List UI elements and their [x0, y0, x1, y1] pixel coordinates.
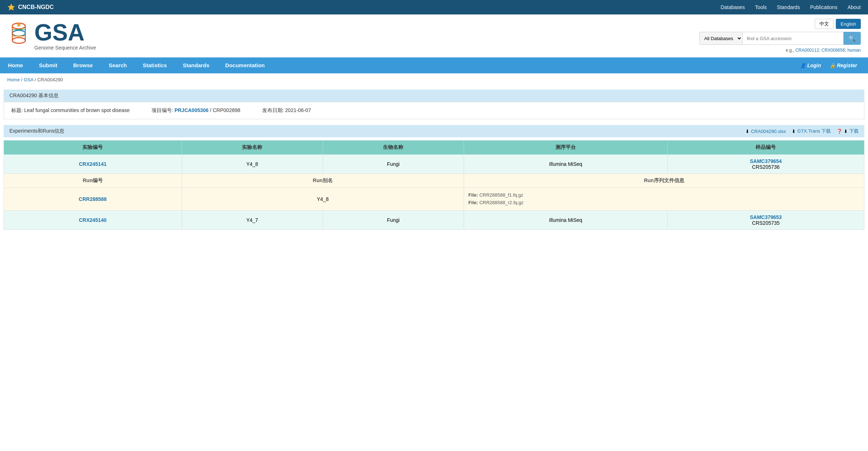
- main-nav-auth: 👤 Login 🔒 Register: [796, 57, 868, 73]
- basic-info-title: CRA004290 基本信息: [9, 93, 59, 98]
- svg-marker-0: [8, 4, 15, 10]
- experiments-table: 实验编号 实验名称 生物名称 测序平台 样品编号 CRX245141 Y4_8 …: [4, 140, 864, 230]
- basic-info-header: CRA004290 基本信息: [4, 90, 864, 102]
- nav-databases[interactable]: Databases: [720, 4, 745, 10]
- nav-about[interactable]: About: [847, 4, 861, 10]
- run-alias-header: Run别名: [182, 174, 464, 188]
- login-link[interactable]: 👤 Login: [796, 57, 825, 73]
- mainnav-home[interactable]: Home: [0, 57, 31, 73]
- mainnav-submit[interactable]: Submit: [31, 57, 65, 73]
- brand-label: CNCB-NGDC: [18, 4, 54, 10]
- example-link-human[interactable]: human: [847, 48, 861, 53]
- example-link-crx[interactable]: CRX006656: [821, 48, 845, 53]
- mainnav-browse[interactable]: Browse: [65, 57, 101, 73]
- col-organism: 生物名称: [323, 141, 464, 155]
- search-bar: All Databases BioProject BioSample GSA 🔍: [699, 32, 861, 45]
- table-row: CRX245141 Y4_8 Fungi Illumina MiSeq SAMC…: [4, 155, 864, 174]
- breadcrumb-current: CRA004290: [37, 77, 63, 82]
- nav-publications[interactable]: Publications: [810, 4, 838, 10]
- lang-en-button[interactable]: English: [836, 19, 861, 29]
- breadcrumb-home[interactable]: Home: [7, 77, 20, 82]
- search-input[interactable]: [742, 32, 843, 45]
- run-data-row: CRR288588 Y4_8 File: CRR288588_f1.fq.gz …: [4, 188, 864, 211]
- sample-cell-2: SAMC379653 CRS205735: [667, 210, 864, 229]
- exp-id-cell: CRX245141: [4, 155, 182, 174]
- col-exp-name: 实验名称: [182, 141, 323, 155]
- breadcrumb: Home / GSA / CRA004290: [0, 73, 868, 86]
- exp-name-cell: Y4_8: [182, 155, 323, 174]
- experiments-header: Experiments和Runs信息 ⬇ CRA004290.xlsx ⬇ GT…: [4, 125, 864, 137]
- mainnav-search[interactable]: Search: [101, 57, 135, 73]
- download-icon: ⬇: [844, 129, 848, 134]
- download-xlsx-area: ⬇ CRA004290.xlsx: [745, 129, 786, 134]
- mainnav-standards[interactable]: Standards: [175, 57, 217, 73]
- gsa-dna-logo-icon: [7, 22, 31, 50]
- lang-zh-button[interactable]: 中文: [815, 19, 834, 29]
- info-project: 项目编号: PRJCA005306 / CRP002898: [152, 107, 241, 114]
- download-xlsx-icon: ⬇: [745, 129, 749, 134]
- help-icon: ❓: [837, 129, 842, 134]
- sample-crp: CRS205736: [752, 164, 779, 170]
- basic-info-box: 标题: Leaf fungal communities of brown spo…: [4, 102, 864, 119]
- site-header: GSA Genome Sequence Archive 中文 English A…: [0, 14, 868, 57]
- download-all-link[interactable]: 下载: [849, 128, 859, 134]
- user-icon: 👤: [800, 63, 806, 68]
- language-switcher: 中文 English: [815, 19, 861, 29]
- breadcrumb-gsa[interactable]: GSA: [24, 77, 34, 82]
- brand-area: CNCB-NGDC: [7, 3, 54, 11]
- main-navigation: Home Submit Browse Search Statistics Sta…: [0, 57, 868, 73]
- platform-cell: Illumina MiSeq: [464, 155, 668, 174]
- run-id-header: Run编号: [4, 174, 182, 188]
- file-info: File: CRR288588_f1.fq.gz File: CRR288588…: [468, 192, 860, 207]
- col-exp-id: 实验编号: [4, 141, 182, 155]
- organism-cell: Fungi: [323, 155, 464, 174]
- run-id-link[interactable]: CRR288588: [79, 196, 107, 202]
- info-title: 标题: Leaf fungal communities of brown spo…: [11, 107, 130, 114]
- nav-tools[interactable]: Tools: [755, 4, 767, 10]
- mainnav-documentation[interactable]: Documentation: [217, 57, 273, 73]
- table-header-row: 实验编号 实验名称 生物名称 测序平台 样品编号: [4, 141, 864, 155]
- nav-standards[interactable]: Standards: [777, 4, 800, 10]
- search-button[interactable]: 🔍: [843, 32, 861, 45]
- download-gtx-icon: ⬇: [792, 129, 796, 134]
- top-nav-links: Databases Tools Standards Publications A…: [720, 4, 861, 10]
- sample-cell: SAMC379654 CRS205736: [667, 155, 864, 174]
- register-link[interactable]: 🔒 Register: [826, 57, 861, 73]
- sample-id-link[interactable]: SAMC379654: [750, 158, 782, 164]
- exp-id-link-2[interactable]: CRX245140: [79, 217, 106, 223]
- cncb-logo-icon: [7, 3, 15, 11]
- header-right-area: 中文 English All Databases BioProject BioS…: [699, 19, 861, 53]
- run-file-header: Run序列文件信息: [464, 174, 864, 188]
- download-xlsx-link[interactable]: CRA004290.xlsx: [751, 129, 786, 134]
- exp-id-link[interactable]: CRX245141: [79, 161, 106, 167]
- file-1: File: CRR288588_f1.fq.gz: [468, 192, 860, 199]
- sample-crp-2: CRS205735: [752, 220, 779, 226]
- download-all-area: ❓ ⬇ 下载: [837, 128, 859, 134]
- experiments-title: Experiments和Runs信息: [9, 128, 65, 134]
- example-link-cra[interactable]: CRA000112: [795, 48, 819, 53]
- run-header-row: Run编号 Run别名 Run序列文件信息: [4, 174, 864, 188]
- svg-point-3: [12, 38, 25, 43]
- platform-cell-2: Illumina MiSeq: [464, 210, 668, 229]
- col-platform: 测序平台: [464, 141, 668, 155]
- logo-area: GSA Genome Sequence Archive: [7, 21, 96, 51]
- table-row: CRX245140 Y4_7 Fungi Illumina MiSeq SAMC…: [4, 210, 864, 229]
- sample-id-link-2[interactable]: SAMC379653: [750, 214, 782, 220]
- mainnav-statistics[interactable]: Statistics: [135, 57, 175, 73]
- database-select[interactable]: All Databases BioProject BioSample GSA: [699, 32, 742, 45]
- lock-icon: 🔒: [830, 63, 835, 68]
- info-date: 发布日期: 2021-06-07: [262, 107, 311, 114]
- exp-name-cell-2: Y4_7: [182, 210, 323, 229]
- search-examples: e.g., CRA000112; CRX006656; human: [786, 48, 861, 53]
- logo-subtitle: Genome Sequence Archive: [34, 45, 96, 51]
- col-sample: 样品编号: [667, 141, 864, 155]
- project-id-link[interactable]: PRJCA005306: [174, 107, 208, 113]
- run-id-cell: CRR288588: [4, 188, 182, 211]
- download-gtx-area: ⬇ GTX.Trans 下载: [792, 128, 831, 134]
- download-gtx-link[interactable]: GTX.Trans 下载: [797, 128, 831, 134]
- run-alias-cell: Y4_8: [182, 188, 464, 211]
- file-2: File: CRR288588_r2.fq.gz: [468, 199, 860, 207]
- experiments-actions: ⬇ CRA004290.xlsx ⬇ GTX.Trans 下载 ❓ ⬇ 下载: [745, 128, 859, 134]
- content-area: CRA004290 基本信息 标题: Leaf fungal communiti…: [0, 90, 868, 230]
- gsa-logo-text: GSA: [34, 21, 85, 44]
